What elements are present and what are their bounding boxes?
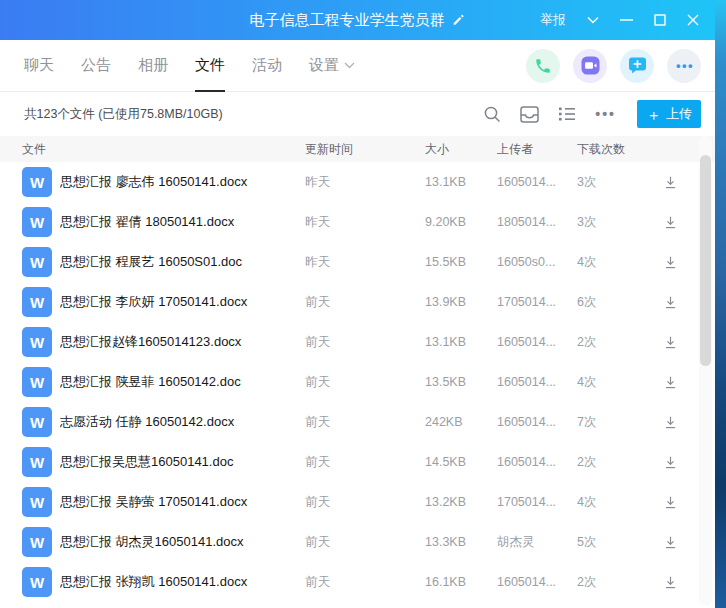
search-button[interactable]	[483, 105, 501, 123]
word-file-icon: W	[22, 327, 52, 357]
list-view-button[interactable]	[558, 106, 576, 122]
download-button[interactable]	[655, 207, 685, 237]
tab-activity[interactable]: 活动	[252, 40, 282, 92]
table-row[interactable]: W 思想汇报 胡杰灵16050141.docx 前天 13.3KB 胡杰灵 5次	[0, 522, 715, 562]
table-row[interactable]: W 思想汇报 陕昱菲 16050142.doc 前天 13.5KB 160501…	[0, 362, 715, 402]
download-button[interactable]	[655, 447, 685, 477]
file-size: 15.5KB	[425, 255, 497, 269]
col-header-uploader[interactable]: 上传者	[497, 141, 577, 158]
download-button[interactable]	[655, 527, 685, 557]
download-button[interactable]	[655, 167, 685, 197]
file-name[interactable]: 思想汇报 程展艺 16050S01.doc	[60, 253, 305, 271]
close-button[interactable]	[687, 14, 699, 26]
tab-settings[interactable]: 设置	[309, 40, 355, 92]
table-row[interactable]: W 志愿活动 任静 16050142.docx 前天 242KB 1605014…	[0, 402, 715, 442]
download-button[interactable]	[655, 287, 685, 317]
file-name[interactable]: 思想汇报 张翔凯 16050141.docx	[60, 573, 305, 591]
file-uploader: 1705014...	[497, 295, 577, 309]
scrollbar-track[interactable]	[699, 136, 712, 606]
file-size: 242KB	[425, 415, 497, 429]
col-header-size[interactable]: 大小	[425, 141, 497, 158]
file-name[interactable]: 思想汇报 陕昱菲 16050142.doc	[60, 373, 305, 391]
file-uploader: 1605014...	[497, 575, 577, 589]
video-call-button[interactable]	[573, 49, 607, 83]
file-name[interactable]: 思想汇报 李欣妍 17050141.docx	[60, 293, 305, 311]
new-chat-button[interactable]	[620, 49, 654, 83]
download-button[interactable]	[655, 567, 685, 597]
file-update-time: 昨天	[305, 174, 425, 191]
minimize-button[interactable]	[620, 14, 633, 26]
inbox-tray-button[interactable]	[520, 106, 539, 123]
tab-bar: 聊天 公告 相册 文件 活动 设置	[0, 40, 715, 92]
chat-bubble-plus-icon	[628, 56, 647, 75]
file-name[interactable]: 志愿活动 任静 16050142.docx	[60, 413, 305, 431]
file-update-time: 前天	[305, 574, 425, 591]
word-file-icon: W	[22, 527, 52, 557]
word-file-icon: W	[22, 167, 52, 197]
file-uploader: 1605014...	[497, 455, 577, 469]
table-row[interactable]: W 思想汇报 吴静萤 17050141.docx 前天 13.2KB 17050…	[0, 482, 715, 522]
file-size: 14.5KB	[425, 455, 497, 469]
more-actions-button[interactable]: •••	[667, 49, 701, 83]
file-list: W 思想汇报 廖志伟 16050141.docx 昨天 13.1KB 16050…	[0, 162, 715, 602]
download-icon	[662, 494, 679, 511]
table-row[interactable]: W 思想汇报赵锋1605014123.docx 前天 13.1KB 160501…	[0, 322, 715, 362]
window-controls: 举报	[540, 11, 715, 29]
file-update-time: 昨天	[305, 214, 425, 231]
file-uploader: 1705014...	[497, 495, 577, 509]
file-update-time: 前天	[305, 534, 425, 551]
file-update-time: 前天	[305, 494, 425, 511]
qq-group-window: 电子信息工程专业学生党员群 举报	[0, 0, 715, 608]
file-name[interactable]: 思想汇报 吴静萤 17050141.docx	[60, 493, 305, 511]
col-header-downloads[interactable]: 下载次数	[577, 141, 715, 158]
file-update-time: 前天	[305, 334, 425, 351]
settings-chevron-down-icon	[344, 62, 355, 69]
file-name[interactable]: 思想汇报吴思慧16050141.doc	[60, 453, 305, 471]
tab-album[interactable]: 相册	[138, 40, 168, 92]
upload-button[interactable]: ＋上传	[637, 100, 701, 128]
voice-call-button[interactable]	[526, 49, 560, 83]
download-button[interactable]	[655, 487, 685, 517]
search-icon	[483, 105, 501, 123]
file-download-count: 5次	[577, 534, 655, 551]
file-name[interactable]: 思想汇报 胡杰灵16050141.docx	[60, 533, 305, 551]
table-row[interactable]: W 思想汇报 张翔凯 16050141.docx 前天 16.1KB 16050…	[0, 562, 715, 602]
table-row[interactable]: W 思想汇报 李欣妍 17050141.docx 前天 13.9KB 17050…	[0, 282, 715, 322]
table-row[interactable]: W 思想汇报 翟倩 18050141.docx 昨天 9.20KB 180501…	[0, 202, 715, 242]
tab-announcement[interactable]: 公告	[81, 40, 111, 92]
file-download-count: 3次	[577, 174, 655, 191]
download-button[interactable]	[655, 327, 685, 357]
desktop-wallpaper-strip	[715, 0, 726, 608]
download-button[interactable]	[655, 247, 685, 277]
maximize-button[interactable]	[654, 14, 666, 26]
edit-group-name-icon[interactable]	[452, 13, 466, 27]
download-icon	[662, 294, 679, 311]
table-row[interactable]: W 思想汇报吴思慧16050141.doc 前天 14.5KB 1605014.…	[0, 442, 715, 482]
file-name[interactable]: 思想汇报赵锋1605014123.docx	[60, 333, 305, 351]
table-row[interactable]: W 思想汇报 程展艺 16050S01.doc 昨天 15.5KB 16050s…	[0, 242, 715, 282]
download-button[interactable]	[655, 367, 685, 397]
file-name[interactable]: 思想汇报 翟倩 18050141.docx	[60, 213, 305, 231]
col-header-time[interactable]: 更新时间	[305, 141, 425, 158]
download-icon	[662, 574, 679, 591]
file-size: 16.1KB	[425, 575, 497, 589]
title-dropdown-icon[interactable]	[587, 16, 599, 24]
list-view-icon	[558, 106, 576, 122]
download-button[interactable]	[655, 407, 685, 437]
file-update-time: 昨天	[305, 254, 425, 271]
report-button[interactable]: 举报	[540, 11, 566, 29]
scrollbar-thumb[interactable]	[700, 155, 711, 366]
file-count-stats: 共123个文件 (已使用75.8MB/10GB)	[24, 106, 223, 123]
group-file-window: 电子信息工程专业学生党员群 举报	[0, 0, 726, 608]
file-update-time: 前天	[305, 374, 425, 391]
col-header-file[interactable]: 文件	[22, 141, 305, 158]
table-row[interactable]: W 思想汇报 廖志伟 16050141.docx 昨天 13.1KB 16050…	[0, 162, 715, 202]
file-size: 13.5KB	[425, 375, 497, 389]
more-tools-button[interactable]: •••	[595, 107, 616, 121]
tab-files[interactable]: 文件	[195, 40, 225, 92]
file-update-time: 前天	[305, 414, 425, 431]
download-icon	[662, 254, 679, 271]
inbox-tray-icon	[520, 106, 539, 123]
tab-chat[interactable]: 聊天	[24, 40, 54, 92]
file-name[interactable]: 思想汇报 廖志伟 16050141.docx	[60, 173, 305, 191]
